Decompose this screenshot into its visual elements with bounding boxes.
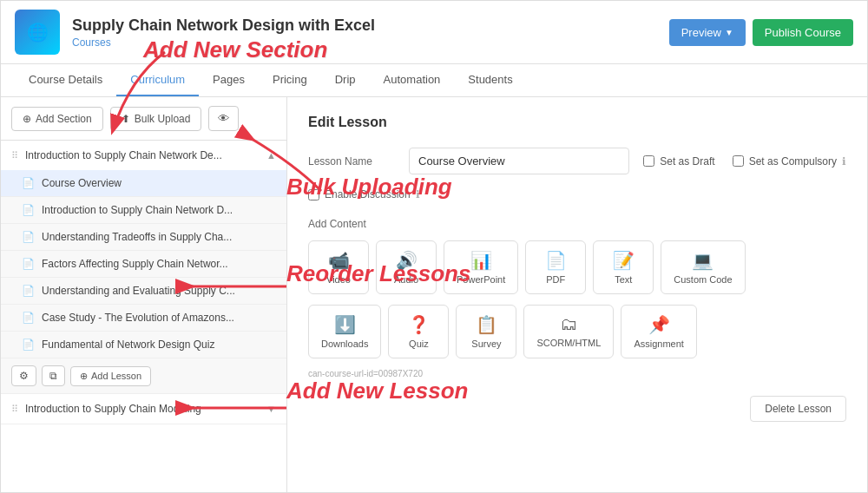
content-btn-scorm[interactable]: 🗂 SCORM/HTML [523,305,614,358]
header: 🌐 Supply Chain Network Design with Excel… [1,1,867,64]
download-icon: ⬇️ [334,314,356,335]
chevron-up-icon[interactable]: ▲ [266,150,276,161]
content-btn-powerpoint[interactable]: 📊 PowerPoint [444,240,518,294]
add-section-button[interactable]: ⊕ Add Section [11,107,103,131]
lesson-title: Introduction to Supply Chain Network D..… [42,204,276,216]
add-content-label: Add Content [308,218,846,230]
eye-button[interactable]: 👁 [208,106,239,131]
lesson-title: Course Overview [42,177,276,189]
lesson-name-row: Lesson Name Set as Draft Set as Compulso… [308,148,846,174]
delete-lesson-button[interactable]: Delete Lesson [750,396,846,422]
list-item[interactable]: 📄 Case Study - The Evolution of Amazons.… [1,305,286,332]
enable-discussion-label: Enable Discussion [325,188,411,200]
content-btn-pdf[interactable]: 📄 PDF [525,240,586,294]
pdf-icon: 📄 [545,250,567,271]
text-label: Text [615,274,632,285]
tab-students[interactable]: Students [454,64,526,96]
sections-list: ⠿ Introduction to Supply Chain Network D… [1,141,286,492]
section-header[interactable]: ⠿ Introduction to Supply Chain Network D… [1,141,286,170]
video-label: Video [326,274,351,285]
lesson-name-label: Lesson Name [308,155,395,168]
doc-icon: 📄 [22,258,35,270]
section-title: Introduction to Supply Chain Modeling [25,403,260,415]
lesson-title: Case Study - The Evolution of Amazons... [42,312,276,324]
audio-icon: 🔊 [396,250,418,271]
header-actions: Preview Publish Course [669,19,853,46]
section-item: ⠿ Introduction to Supply Chain Network D… [1,141,286,394]
chevron-down-icon[interactable]: ▼ [266,404,276,414]
bulk-upload-button[interactable]: ⬆ Bulk Upload [110,107,202,131]
lesson-list: 📄 Course Overview 📄 Introduction to Supp… [1,170,286,393]
nav-tabs: Course Details Curriculum Pages Pricing … [1,64,867,97]
help-icon: ℹ [416,188,420,200]
list-item[interactable]: 📄 Fundamental of Network Design Quiz [1,332,286,358]
content-btn-quiz[interactable]: ❓ Quiz [388,305,449,358]
left-panel-toolbar: ⊕ Add Section ⬆ Bulk Upload 👁 [1,97,286,141]
section-item[interactable]: ⠿ Introduction to Supply Chain Modeling … [1,394,286,424]
enable-discussion-checkbox[interactable] [308,189,319,200]
assignment-icon: 📌 [648,314,670,335]
enable-discussion-row: Enable Discussion ℹ [308,188,846,200]
pdf-label: PDF [546,274,565,285]
tab-automation[interactable]: Automation [370,64,455,96]
edit-lesson-heading: Edit Lesson [308,115,846,130]
duplicate-button[interactable]: ⧉ [42,365,65,386]
content-btn-survey[interactable]: 📋 Survey [456,305,516,358]
add-section-label: Add Section [36,113,92,125]
tab-drip[interactable]: Drip [321,64,370,96]
tab-pricing[interactable]: Pricing [259,64,321,96]
list-item[interactable]: 📄 Course Overview [1,170,286,197]
code-icon: 💻 [692,250,713,271]
set-as-compulsory-label: Set as Compulsory [749,155,837,168]
add-content-section: Add Content 📹 Video 🔊 Audio 📊 PowerPo [308,218,846,358]
tab-course-details[interactable]: Course Details [15,64,116,96]
content-btn-video[interactable]: 📹 Video [308,240,369,294]
courses-link[interactable]: Courses [72,36,657,49]
app-container: 🌐 Supply Chain Network Design with Excel… [0,0,868,493]
doc-icon: 📄 [22,339,35,351]
lesson-actions: ⚙ ⧉ ⊕ Add Lesson [1,358,286,393]
lesson-title: Factors Affecting Supply Chain Networ... [42,258,276,270]
survey-icon: 📋 [476,314,497,335]
list-item[interactable]: 📄 Understanding Tradeoffs in Supply Cha.… [1,224,286,251]
scorm-icon: 🗂 [560,314,577,334]
video-icon: 📹 [328,250,350,271]
add-lesson-label: Add Lesson [91,371,141,381]
content-btn-assignment[interactable]: 📌 Assignment [621,305,696,358]
app-wrapper: 🌐 Supply Chain Network Design with Excel… [0,0,868,493]
downloads-label: Downloads [321,339,368,349]
lesson-name-input[interactable] [409,148,629,174]
add-lesson-button[interactable]: ⊕ Add Lesson [70,366,151,386]
list-item[interactable]: 📄 Factors Affecting Supply Chain Networ.… [1,251,286,278]
doc-icon: 📄 [22,285,35,297]
content-buttons-row-1: 📹 Video 🔊 Audio 📊 PowerPoint 📄 [308,240,846,294]
delete-lesson-row: Delete Lesson [308,396,846,422]
preview-button[interactable]: Preview [669,19,746,46]
lesson-title: Fundamental of Network Design Quiz [42,339,276,351]
right-panel: Edit Lesson Lesson Name Set as Draft Set… [287,97,867,492]
scorm-label: SCORM/HTML [536,338,601,348]
set-as-compulsory-checkbox[interactable]: Set as Compulsory ℹ [733,155,846,168]
publish-button[interactable]: Publish Course [753,19,853,46]
list-item[interactable]: 📄 Introduction to Supply Chain Network D… [1,197,286,224]
set-as-draft-label: Set as Draft [660,155,714,168]
assignment-label: Assignment [634,339,683,349]
tab-curriculum[interactable]: Curriculum [116,64,199,96]
powerpoint-icon: 📊 [470,250,492,271]
list-item[interactable]: 📄 Understanding and Evaluating Supply C.… [1,278,286,305]
content-btn-custom-code[interactable]: 💻 Custom Code [661,240,745,294]
settings-button[interactable]: ⚙ [11,365,36,386]
set-as-draft-checkbox[interactable]: Set as Draft [643,155,714,168]
doc-icon: 📄 [22,312,35,324]
text-icon: 📝 [613,250,635,271]
content-btn-text[interactable]: 📝 Text [593,240,654,294]
add-section-icon: ⊕ [23,113,31,125]
bulk-upload-label: Bulk Upload [135,113,191,125]
survey-label: Survey [471,339,501,349]
content-btn-downloads[interactable]: ⬇️ Downloads [308,305,381,358]
course-title: Supply Chain Network Design with Excel [72,16,657,35]
content-btn-audio[interactable]: 🔊 Audio [376,240,437,294]
tab-pages[interactable]: Pages [199,64,259,96]
lesson-title: Understanding Tradeoffs in Supply Cha... [42,231,276,243]
drag-handle-icon: ⠿ [11,404,18,415]
